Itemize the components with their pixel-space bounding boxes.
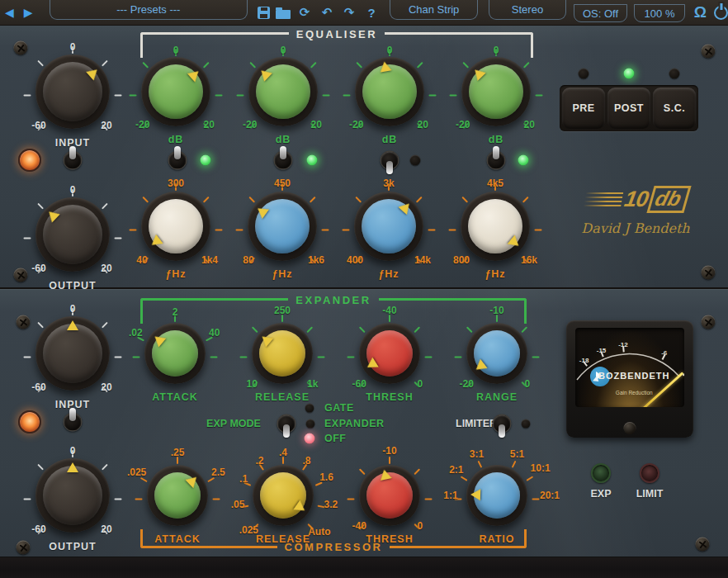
expander-range-knob[interactable]: -10-200RANGE (466, 323, 527, 384)
screw (696, 538, 710, 552)
redo-icon[interactable]: ↷ (341, 5, 357, 20)
undo-icon[interactable]: ↶ (319, 5, 335, 20)
post-button[interactable]: POST (607, 88, 650, 129)
pre-button[interactable]: PRE (562, 88, 605, 129)
bottom-strip (0, 557, 728, 578)
compressor-release-knob[interactable]: .025.05.1.2.4.81.63.2AutoRELEASE (253, 465, 314, 526)
plus10db-logo: 10 db David J Bendeth (563, 186, 708, 236)
dyn-power-lamp (18, 410, 41, 434)
knob-scale-label: 0 (281, 45, 286, 56)
eq-power-lamp (18, 149, 41, 172)
eq-band1-gain-knob[interactable]: 0-2020dB (141, 57, 210, 126)
meter-scale-label: -12 (618, 341, 628, 348)
knob-pointer (135, 452, 221, 539)
sc-button[interactable]: S.C. (653, 88, 696, 129)
eq-band3-toggle[interactable] (381, 151, 399, 169)
preset-selector[interactable]: --- Presets --- (50, 0, 248, 20)
eq-input-knob[interactable]: 0-6020INPUT (35, 54, 110, 129)
eq-band2-led (307, 155, 318, 166)
knob-scale-label: 3:1 (470, 448, 484, 460)
knob-scale-label: 20 (101, 381, 111, 393)
eq-band1-toggle[interactable] (168, 151, 187, 169)
expander-thresh-knob[interactable]: -40-600THRESH (359, 323, 420, 384)
knob-tick (248, 197, 255, 203)
help-icon[interactable]: ? (363, 6, 380, 20)
meter-brand: BOZBENDETH (598, 371, 669, 381)
eq-band2-gain-knob[interactable]: 0-2020dB (248, 57, 318, 126)
compressor-thresh-knob[interactable]: -10-400THRESH (359, 465, 420, 526)
headphones-icon[interactable]: Ω (694, 2, 707, 23)
knob-scale-label: 0 (524, 378, 530, 390)
knob-scale-label: 10 (247, 378, 258, 390)
preset-back-button[interactable]: ◀ (0, 0, 19, 25)
equaliser-bracket: EQUALISER (140, 32, 533, 58)
eq-band4-led (518, 155, 529, 166)
exp-indicator-label: EXP (590, 488, 611, 500)
eq-output-knob[interactable]: 0-6020OUTPUT (35, 197, 110, 272)
save-icon[interactable] (258, 7, 270, 19)
knob-pointer (35, 458, 110, 533)
chan-strip-selector[interactable]: Chan Strip (390, 0, 478, 20)
eq-band2-freq-knob[interactable]: 450801k6ƒHz (248, 192, 317, 261)
eq-band4-freq-knob[interactable]: 4k580016kƒHz (461, 192, 530, 261)
knob-name-label: ATTACK (152, 391, 198, 403)
refresh-icon[interactable]: ⟳ (296, 5, 313, 20)
knob-scale-label: .25 (171, 447, 185, 458)
limit-indicator-label: LIMIT (636, 488, 664, 500)
knob-scale-label: 400 (347, 254, 363, 266)
exp-mode-toggle[interactable] (277, 415, 295, 433)
dyn-io-toggle[interactable] (64, 413, 82, 431)
knob-scale-label: -40 (382, 305, 396, 316)
expander-attack-knob[interactable]: .02240ATTACK (144, 323, 206, 384)
knob-scale-label: .02 (129, 327, 143, 339)
eq-io-toggle[interactable] (64, 151, 82, 169)
eq-band3-freq-knob[interactable]: 3k40014kƒHz (354, 192, 423, 261)
eq-band3-gain-knob[interactable]: 0-2020dB (355, 57, 424, 126)
pre-led (579, 69, 589, 79)
logo-db: db (646, 186, 691, 213)
compressor-ratio-knob[interactable]: 1:12:13:15:110:120:1RATIO (466, 465, 527, 526)
eq-band3-led (410, 155, 421, 166)
pre-post-sc-group: PRE POST S.C. (560, 85, 698, 131)
folder-icon[interactable] (276, 10, 291, 19)
power-icon[interactable] (714, 6, 728, 20)
screw (702, 266, 716, 280)
knob-scale-label: -20 (460, 378, 474, 390)
knob-scale-label: 20 (101, 524, 111, 535)
dyn-output-knob[interactable]: 0-6020OUTPUT (35, 458, 110, 533)
knob-tick (310, 197, 316, 203)
knob-scale-label: 40 (136, 254, 147, 266)
knob-scale-label: 3k (383, 178, 394, 189)
expander-release-knob[interactable]: 250101kRELEASE (252, 323, 313, 384)
zoom-selector[interactable]: 100 % (634, 4, 685, 22)
limiter-led (522, 419, 531, 429)
toggle-lever (386, 161, 393, 174)
knob-tick (416, 197, 423, 203)
preset-forward-button[interactable]: ▶ (19, 0, 38, 25)
knob-tick (343, 95, 351, 97)
knob-name-label: ƒHz (165, 268, 186, 280)
knob-pointer (466, 464, 529, 528)
stereo-mode-selector[interactable]: Stereo (489, 0, 565, 20)
eq-band4-toggle[interactable] (487, 151, 505, 169)
knob-scale-label: 0 (70, 303, 76, 315)
gain-reduction-meter: BOZBENDETH Gain Reduction -20-18-15-12-6… (566, 320, 693, 438)
screw (17, 541, 31, 555)
knob-scale-label: 2 (173, 306, 178, 318)
knob-scale-label: -10 (489, 305, 503, 316)
meter-screw (624, 422, 636, 434)
exp-mode-option-off: OFF (324, 433, 347, 444)
knob-tick (24, 357, 31, 358)
knob-tick (466, 326, 473, 333)
limiter-toggle[interactable] (493, 415, 511, 433)
knob-scale-label: 0 (70, 445, 76, 457)
knob-scale-label: .4 (279, 447, 287, 458)
eq-band1-freq-knob[interactable]: 300401k4ƒHz (141, 192, 210, 261)
knob-scale-label: 80 (243, 254, 253, 266)
dyn-input-knob[interactable]: 0-6020INPUT (35, 316, 110, 391)
oversampling-button[interactable]: OS: Off (574, 4, 628, 22)
eq-band2-toggle[interactable] (274, 151, 292, 169)
compressor-attack-knob[interactable]: .025.252.5ATTACK (147, 465, 208, 526)
eq-band4-gain-knob[interactable]: 0-2020dB (461, 57, 531, 126)
knob-tick (462, 62, 469, 69)
